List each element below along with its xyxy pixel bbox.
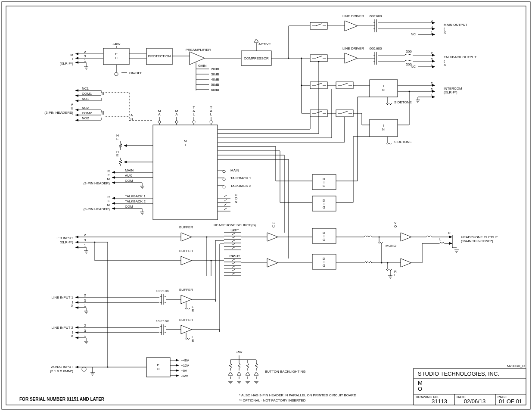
svg-marker-7 (75, 57, 78, 59)
svg-text:3: 3 (84, 238, 86, 242)
svg-text:(X: (X (71, 330, 74, 338)
svg-text:+48V: +48V (181, 358, 190, 362)
svg-text:HEADPHONE OUTPUT(1/4-INCH 3-CO: HEADPHONE OUTPUT(1/4-INCH 3-COND*) (461, 235, 498, 243)
svg-marker-129 (75, 94, 78, 97)
power-supply: 24VDC INPUT (2.1 X 5.0MM*) PO +48V +12V … (50, 242, 189, 378)
svg-text:ON/OFF: ON/OFF (129, 71, 142, 75)
svg-text:3: 3 (431, 25, 433, 29)
svg-marker-310 (75, 296, 78, 299)
svg-text:LE: LE (192, 305, 194, 312)
svg-marker-363 (176, 364, 179, 367)
svg-point-46 (288, 58, 289, 59)
svg-marker-313 (75, 301, 78, 304)
svg-marker-257 (267, 233, 278, 241)
svg-marker-287 (449, 236, 452, 238)
phantom-power-block: PH +48V ON/OFF (103, 42, 142, 76)
svg-text:-12V: -12V (181, 374, 189, 378)
svg-rect-1 (6, 6, 526, 405)
svg-marker-203 (112, 197, 115, 199)
svg-text:LINE INPUT 1: LINE INPUT 1 (51, 296, 73, 299)
svg-text:+5V: +5V (236, 350, 243, 354)
company-name: STUDIO TECHNOLOGIES, INC. (418, 371, 499, 377)
svg-text:31113: 31113 (432, 398, 447, 405)
svg-marker-5 (75, 53, 78, 55)
svg-text:2: 2 (84, 50, 86, 54)
svg-text:MAIN: MAIN (125, 168, 134, 172)
svg-marker-366 (176, 369, 179, 372)
svg-text:3: 3 (431, 57, 433, 61)
footnote-1: * ALSO HAS 3-PIN HEADER IN PARALLEL ON P… (239, 393, 356, 397)
svg-marker-209 (112, 207, 115, 210)
svg-text:SIDETONE: SIDETONE (394, 140, 412, 144)
svg-text:2: 2 (431, 51, 433, 55)
talkback-output-path: LINE DRIVER 600:600 300 300 2 3 1 NC TAL… (327, 47, 476, 68)
svg-marker-228 (181, 256, 192, 265)
aux-relay-output: AU (3-PIN HEADERS) NC1 COM1 NO1 NC2 COM2… (44, 87, 153, 121)
svg-text:NO2: NO2 (82, 116, 89, 120)
svg-text:02/06/13: 02/06/13 (464, 398, 486, 405)
svg-text:INTERCOM(XLR-F*): INTERCOM(XLR-F*) (444, 87, 462, 94)
revision: M230BD_D (507, 364, 525, 368)
svg-text:300: 300 (406, 50, 412, 53)
svg-text:3: 3 (84, 54, 86, 58)
svg-text:(X: (X (71, 300, 74, 308)
svg-text:PH: PH (115, 52, 118, 60)
svg-text:REM: REM (107, 195, 110, 207)
svg-marker-292 (449, 242, 452, 245)
svg-text:TALKBACK 1: TALKBACK 1 (230, 176, 251, 180)
svg-text:2: 2 (84, 293, 86, 297)
footnote-2: ** OPTIONAL - NOT FACTORY INSERTED (239, 399, 306, 402)
svg-text:24VDC INPUT: 24VDC INPUT (51, 365, 73, 369)
svg-text:RI: RI (394, 270, 397, 277)
svg-point-250 (211, 260, 212, 262)
svg-marker-333 (75, 331, 78, 334)
svg-text:600:600: 600:600 (370, 47, 382, 50)
svg-text:TALKBACK 1: TALKBACK 1 (125, 194, 146, 198)
svg-text:1: 1 (84, 304, 86, 308)
svg-text:REM: REM (107, 169, 110, 181)
svg-text:MI: MI (70, 53, 73, 61)
svg-text:(3-PIN HEADER): (3-PIN HEADER) (84, 181, 110, 185)
svg-text:IFB INPUT: IFB INPUT (56, 236, 73, 240)
svg-point-175 (318, 61, 320, 62)
svg-text:COM: COM (125, 205, 133, 209)
button-backlighting: +5V BUTTON BACKLIGHTING (228, 350, 306, 384)
svg-point-301 (381, 262, 383, 264)
svg-text:R: R (448, 231, 451, 235)
svg-text:2: 2 (431, 81, 433, 85)
title-block: STUDIO TECHNOLOGIES, INC. MO DRAWING NO.… (414, 368, 526, 405)
svg-text:BUFFER: BUFFER (179, 318, 193, 322)
svg-point-355 (94, 242, 96, 243)
headphone-output-path: VO R L HEADPHONE OUTPUT(1/4-INCH 3-COND*… (336, 221, 498, 278)
serial-note: FOR SERIAL NUMBER 01151 AND LATER (19, 397, 105, 402)
svg-text:40dB: 40dB (211, 78, 219, 81)
svg-text:LINE INPUT 2: LINE INPUT 2 (51, 326, 73, 330)
summing-buffers: SU (241, 221, 278, 267)
svg-marker-218 (75, 241, 78, 243)
svg-text:TAL: TAL (210, 106, 212, 116)
svg-text:1: 1 (431, 31, 433, 34)
svg-marker-141 (75, 119, 78, 121)
svg-point-304 (387, 262, 389, 264)
svg-marker-9 (75, 61, 78, 64)
svg-marker-206 (112, 202, 115, 205)
svg-text:RIGHT: RIGHT (230, 254, 240, 258)
svg-marker-126 (75, 89, 78, 92)
svg-text:600:600: 600:600 (370, 14, 382, 18)
main-output-path: LINE DRIVER 600:600 2 3 1 NC MAIN OUTPUT… (327, 14, 467, 36)
svg-text:1: 1 (84, 243, 86, 247)
svg-text:MAIN OUTPUT(X: MAIN OUTPUT(X (444, 23, 467, 34)
svg-text:(3-PIN HEADER): (3-PIN HEADER) (84, 207, 110, 211)
line-input-1: LINE INPUT 1 (X 2 3 1 10K:10K BUFFER LE (51, 288, 215, 314)
svg-text:LE: LE (192, 335, 194, 342)
svg-marker-132 (75, 100, 78, 102)
svg-text:LINE DRIVER: LINE DRIVER (342, 14, 364, 18)
svg-marker-284 (401, 258, 411, 267)
svg-marker-350 (75, 366, 78, 368)
svg-text:30dB: 30dB (211, 72, 219, 76)
svg-text:NC: NC (411, 32, 416, 36)
svg-marker-221 (75, 246, 78, 249)
svg-text:3: 3 (431, 87, 433, 91)
line-input-2: LINE INPUT 2 (X 2 3 1 10K:10K BUFFER LE (51, 318, 220, 344)
svg-text:(XLR-F*): (XLR-F*) (59, 240, 73, 244)
